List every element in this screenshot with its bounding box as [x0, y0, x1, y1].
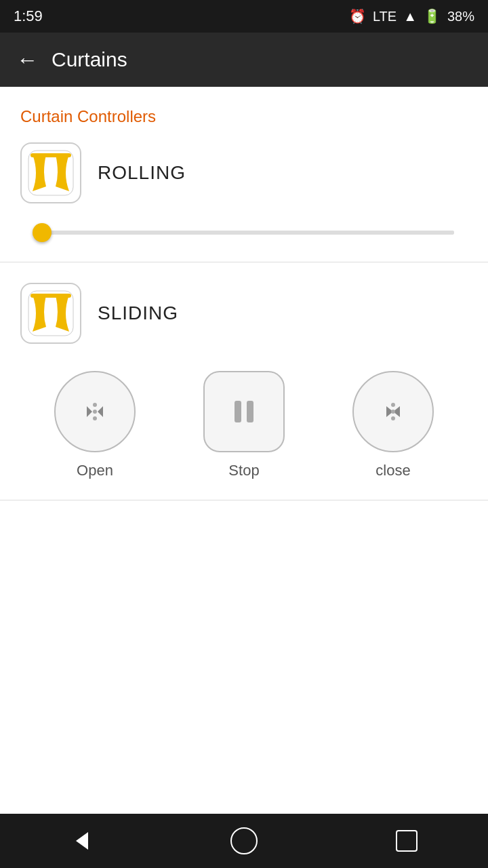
svg-rect-12 [247, 401, 253, 422]
rolling-slider-thumb[interactable] [33, 223, 52, 242]
status-time: 1:59 [14, 7, 43, 25]
open-label: Open [77, 462, 113, 479]
nav-back-button[interactable] [64, 824, 98, 858]
back-button[interactable]: ← [16, 49, 38, 71]
nav-recents-square [396, 830, 418, 852]
divider-2 [0, 500, 488, 500]
svg-rect-1 [46, 155, 56, 191]
open-button[interactable] [54, 371, 136, 452]
signal-icon: ▲ [403, 9, 417, 24]
status-right: ⏰ LTE ▲ 🔋 38% [349, 8, 474, 24]
page-title: Curtains [52, 48, 127, 71]
svg-marker-6 [87, 406, 92, 417]
svg-point-17 [391, 416, 395, 420]
main-content: Curtain Controllers ROLLING [0, 87, 488, 814]
signal-label: LTE [373, 9, 396, 24]
open-button-wrap: Open [54, 371, 136, 479]
svg-marker-18 [76, 832, 88, 850]
nav-bar [0, 814, 488, 868]
battery-icon: 🔋 [424, 8, 441, 24]
svg-rect-4 [46, 295, 56, 332]
divider-1 [0, 262, 488, 262]
rolling-slider-area [20, 217, 468, 255]
sliding-name: SLIDING [98, 302, 178, 324]
close-button[interactable] [352, 371, 434, 452]
svg-rect-11 [235, 401, 241, 422]
svg-point-10 [93, 416, 97, 420]
battery-label: 38% [447, 9, 474, 24]
svg-point-16 [391, 410, 395, 414]
alarm-icon: ⏰ [349, 8, 366, 24]
nav-recents-button[interactable] [390, 824, 424, 858]
top-bar: ← Curtains [0, 33, 488, 87]
close-label: close [375, 462, 410, 479]
rolling-curtain-icon [20, 142, 81, 203]
nav-home-circle [230, 827, 258, 854]
stop-label: Stop [228, 462, 259, 479]
svg-rect-2 [30, 153, 71, 157]
close-button-wrap: close [352, 371, 434, 479]
stop-button[interactable] [203, 371, 285, 452]
stop-button-wrap: Stop [203, 371, 285, 479]
sliding-buttons-row: Open Stop [20, 357, 468, 493]
status-bar: 1:59 ⏰ LTE ▲ 🔋 38% [0, 0, 488, 33]
svg-point-15 [391, 403, 395, 407]
svg-point-8 [93, 403, 97, 407]
rolling-controller-header: ROLLING [20, 142, 468, 203]
nav-home-button[interactable] [227, 824, 261, 858]
rolling-slider-track[interactable] [34, 231, 454, 235]
svg-point-9 [93, 410, 97, 414]
rolling-name: ROLLING [98, 162, 186, 184]
svg-marker-7 [98, 406, 103, 417]
sliding-curtain-icon [20, 283, 81, 344]
sliding-controller-header: SLIDING [20, 283, 468, 344]
section-title: Curtain Controllers [20, 107, 468, 126]
svg-rect-5 [30, 294, 71, 298]
